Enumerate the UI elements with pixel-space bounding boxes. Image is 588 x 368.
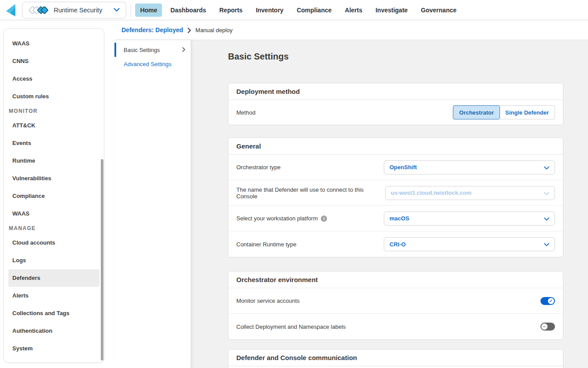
sidebar-section-monitor: MONITOR — [4, 105, 104, 117]
orchestrator-environment-card: Orchestrator environment Monitor service… — [228, 271, 563, 340]
collect-labels-toggle[interactable]: − — [540, 323, 555, 331]
orchestrator-type-label: Orchestrator type — [236, 164, 280, 171]
deployment-method-card: Deployment method Method Orchestrator Si… — [228, 83, 563, 125]
sidebar-item-compliance[interactable]: Compliance — [4, 187, 104, 205]
console-name-value: us-west1.cloud.twistlock.com — [391, 190, 472, 196]
subnav-item-advanced-settings[interactable]: Advanced Settings — [114, 57, 191, 71]
workstation-platform-label: Select your workstation platform i — [236, 215, 327, 222]
general-card-title: General — [228, 138, 563, 155]
primary-nav: Home Dashboards Reports Inventory Compli… — [135, 4, 465, 17]
subnav-basic-settings-label: Basic Settings — [124, 47, 160, 53]
nav-tab-reports[interactable]: Reports — [214, 4, 247, 17]
method-option-orchestrator[interactable]: Orchestrator — [453, 105, 500, 119]
container-runtime-label: Container Runtime type — [236, 241, 297, 248]
sidebar-item-cnns[interactable]: CNNS — [4, 52, 104, 70]
nav-tab-governance[interactable]: Governance — [416, 4, 461, 17]
main-content: Basic Settings Deployment method Method … — [191, 40, 588, 368]
nav-tab-investigate[interactable]: Investigate — [371, 4, 412, 17]
orchestrator-type-value: OpenShift — [390, 164, 417, 171]
sidebar-item-logs[interactable]: Logs — [4, 252, 104, 269]
method-segmented-control: Orchestrator Single Defender — [453, 105, 555, 119]
chevron-down-icon — [544, 189, 549, 197]
top-bar: Runtime Security Home Dashboards Reports… — [0, 0, 588, 20]
container-runtime-row: Container Runtime type CRI-O — [228, 231, 563, 257]
workstation-platform-value: macOS — [390, 215, 409, 222]
sidebar-item-alerts[interactable]: Alerts — [4, 287, 104, 305]
sidebar-item-authentication[interactable]: Authentication — [4, 322, 104, 340]
monitor-service-accounts-label: Monitor service accounts — [236, 297, 300, 304]
chevron-down-icon — [544, 164, 549, 171]
nav-tab-home[interactable]: Home — [135, 4, 162, 17]
console-name-row: The name that Defender will use to conne… — [228, 180, 563, 206]
collect-labels-row: Collect Deployment and Namespace labels … — [228, 314, 563, 339]
sidebar-item-collections-and-tags[interactable]: Collections and Tags — [4, 305, 104, 322]
monitor-service-accounts-toggle[interactable]: ✓ — [540, 297, 555, 305]
breadcrumb-parent-link[interactable]: Defenders: Deployed — [121, 26, 183, 33]
modules-diamonds-icon — [29, 4, 50, 16]
toggle-check-icon: ✓ — [548, 298, 554, 304]
sidebar-item-system[interactable]: System — [4, 340, 104, 357]
sidebar-section-manage: MANAGE — [4, 223, 104, 234]
chevron-down-icon — [544, 215, 549, 223]
orchestrator-type-row: Orchestrator type OpenShift — [228, 155, 563, 180]
nav-tab-compliance[interactable]: Compliance — [292, 4, 336, 17]
nav-tab-dashboards[interactable]: Dashboards — [165, 4, 211, 17]
sidebar-item-cloud-accounts[interactable]: Cloud accounts — [4, 234, 104, 252]
console-name-select: us-west1.cloud.twistlock.com — [385, 186, 555, 200]
sidebar-item-vulnerabilities[interactable]: Vulnerabilities — [4, 170, 104, 187]
subnav-item-basic-settings[interactable]: Basic Settings — [114, 43, 191, 57]
info-icon[interactable]: i — [321, 216, 327, 222]
chevron-down-icon — [544, 240, 549, 248]
method-label: Method — [236, 109, 255, 116]
workstation-platform-row: Select your workstation platform i macOS — [228, 206, 563, 231]
chevron-right-icon — [182, 47, 185, 53]
deployment-method-card-title: Deployment method — [228, 83, 563, 100]
breadcrumb-current: Manual deploy — [195, 27, 233, 33]
orchestrator-environment-card-title: Orchestrator environment — [228, 271, 563, 288]
page-shell: Defenders: Deployed Manual deploy WAAS C… — [0, 20, 588, 368]
sidebar-item-access[interactable]: Access — [4, 70, 104, 88]
subnav-advanced-settings-label: Advanced Settings — [124, 61, 171, 67]
left-sidebar: WAAS CNNS Access Custom rules MONITOR AT… — [4, 28, 104, 363]
workstation-platform-select[interactable]: macOS — [384, 212, 555, 226]
container-runtime-value: CRI-O — [390, 241, 406, 248]
sidebar-item-attck[interactable]: ATT&CK — [4, 117, 104, 134]
breadcrumb-chevron-icon — [187, 28, 191, 33]
container-runtime-select[interactable]: CRI-O — [384, 237, 555, 251]
collect-labels-label: Collect Deployment and Namespace labels — [236, 323, 346, 330]
prisma-cloud-logo-icon — [5, 3, 18, 18]
sidebar-item-waas-monitor[interactable]: WAAS — [4, 205, 104, 223]
chevron-down-icon — [114, 8, 120, 12]
orchestrator-type-select[interactable]: OpenShift — [384, 160, 555, 175]
sidebar-scrollbar[interactable] — [101, 159, 103, 361]
toggle-minus-icon: − — [541, 323, 548, 330]
nav-tab-inventory[interactable]: Inventory — [251, 4, 288, 17]
page-title: Basic Settings — [228, 51, 563, 62]
defender-console-communication-card: Defender and Console communication — [228, 349, 563, 368]
workstation-platform-label-text: Select your workstation platform — [236, 215, 318, 222]
sidebar-item-runtime[interactable]: Runtime — [4, 152, 104, 170]
product-name: Runtime Security — [54, 7, 102, 14]
general-card: General Orchestrator type OpenShift The … — [228, 138, 563, 257]
monitor-service-accounts-row: Monitor service accounts ✓ — [228, 288, 563, 314]
defender-console-communication-title: Defender and Console communication — [228, 349, 563, 366]
breadcrumb: Defenders: Deployed Manual deploy — [114, 20, 588, 40]
nav-tab-alerts[interactable]: Alerts — [340, 4, 368, 17]
product-switcher[interactable]: Runtime Security — [22, 2, 126, 19]
settings-subnav: Basic Settings Advanced Settings — [114, 40, 191, 368]
sidebar-item-events[interactable]: Events — [4, 134, 104, 152]
console-name-label: The name that Defender will use to conne… — [236, 186, 385, 200]
sidebar-item-custom-rules[interactable]: Custom rules — [4, 88, 104, 105]
topbar-divider — [131, 4, 131, 17]
method-row: Method Orchestrator Single Defender — [228, 100, 563, 125]
sidebar-item-waas[interactable]: WAAS — [4, 35, 104, 52]
method-option-single-defender[interactable]: Single Defender — [500, 105, 555, 119]
sidebar-item-defenders[interactable]: Defenders — [8, 269, 99, 287]
